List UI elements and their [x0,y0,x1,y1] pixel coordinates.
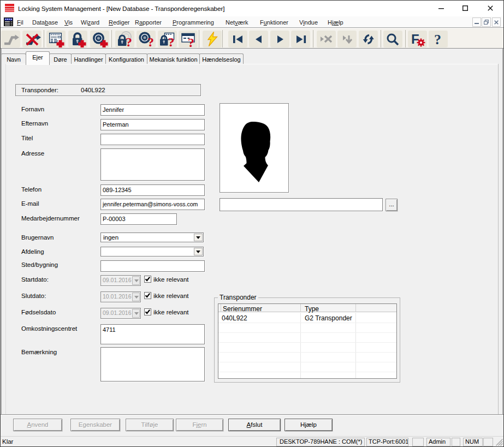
svg-text:?: ? [188,35,194,47]
svg-text:?: ? [147,35,154,47]
svg-text:?: ? [126,35,132,47]
svg-text:F: F [411,32,419,46]
svg-text:?: ? [168,35,175,47]
svg-text:?: ? [434,32,441,47]
